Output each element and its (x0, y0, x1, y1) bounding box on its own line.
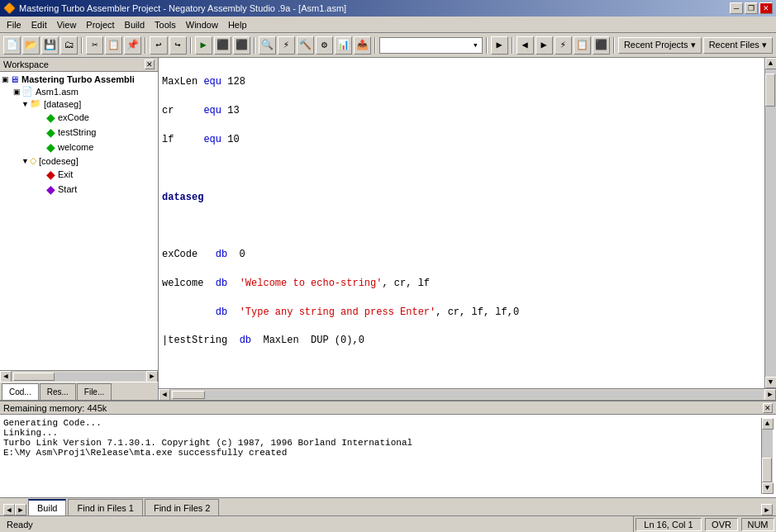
workspace-close-button[interactable]: ✕ (145, 59, 155, 69)
undo-button[interactable]: ↩ (150, 36, 167, 55)
misc-btn-12[interactable]: 📋 (574, 36, 591, 55)
status-ready: Ready (0, 516, 634, 532)
tab-res[interactable]: Res... (40, 383, 76, 400)
tab-scroll-left[interactable]: ◀ (3, 504, 15, 515)
tab-cod[interactable]: Cod... (2, 383, 39, 400)
close-button[interactable]: ✕ (759, 2, 773, 14)
separator-3 (190, 37, 192, 54)
misc-btn-1[interactable]: ⬛ (214, 36, 231, 55)
bottom-tabs: ◀ ▶ Build Find in Files 1 Find in Files … (0, 497, 776, 515)
save-button[interactable]: 💾 (41, 36, 59, 55)
misc-btn-11[interactable]: ⚡ (555, 36, 572, 55)
misc-btn-10[interactable]: ▶ (536, 36, 553, 55)
tree-item-excode[interactable]: ◆ exCode (2, 110, 156, 125)
tree-expand-project: ▣ (2, 75, 10, 83)
copy-button[interactable]: 📋 (105, 36, 122, 55)
tree-item-welcome[interactable]: ◆ welcome (2, 140, 156, 154)
recent-projects-button[interactable]: Recent Projects ▾ (618, 37, 702, 54)
menu-help[interactable]: Help (223, 17, 252, 32)
misc-btn-5[interactable]: 🔨 (297, 36, 314, 55)
scroll-down-button[interactable]: ▼ (765, 377, 777, 388)
minimize-button[interactable]: ─ (730, 2, 743, 14)
code-line: welcome db 'Welcome to echo-string', cr,… (162, 278, 430, 289)
ws-scroll-right[interactable]: ▶ (146, 371, 158, 382)
bottom-panel-close[interactable]: ✕ (763, 403, 773, 413)
ws-scroll-left[interactable]: ◀ (0, 371, 12, 382)
green-dot-icon: ◆ (46, 111, 55, 124)
go-button[interactable]: ▶ (491, 36, 508, 55)
file-icon: 📄 (21, 86, 33, 97)
tab-right-scroll-btn[interactable]: ▶ (761, 504, 773, 515)
code-line: cr equ 13 (162, 105, 240, 116)
tree-item-dataseg[interactable]: ▼ 📁 [dataseg] (2, 97, 156, 110)
editor-v-scrollbar: ▲ ▼ (764, 58, 776, 388)
code-line: dataseg (162, 192, 203, 203)
green-dot-icon2: ◆ (46, 126, 55, 139)
status-ovr: OVR (705, 518, 738, 531)
green-dot-icon3: ◆ (46, 140, 55, 154)
menu-tools[interactable]: Tools (150, 17, 181, 32)
workspace-tree: ▣ 🖥 Mastering Turbo Assembli ▣ 📄 Asm1.as… (0, 72, 158, 370)
menu-project[interactable]: Project (81, 17, 119, 32)
separator-4 (254, 37, 255, 54)
separator-5 (374, 37, 376, 54)
tree-label-welcome: welcome (58, 142, 93, 152)
misc-btn-8[interactable]: 📤 (354, 36, 371, 55)
menu-view[interactable]: View (52, 17, 82, 32)
paste-button[interactable]: 📌 (124, 36, 141, 55)
tab-file[interactable]: File... (77, 383, 112, 400)
code-line: MaxLen equ 128 (162, 76, 245, 88)
open-button[interactable]: 📂 (22, 36, 40, 55)
code-editor[interactable]: MaxLen equ 128 cr equ 13 lf equ 10 datas… (159, 58, 764, 388)
misc-btn-2[interactable]: ⬛ (233, 36, 250, 55)
tree-label-dataseg: [dataseg] (44, 99, 81, 109)
output-line-4: E:\My Asm\Proj1\Release\mta.exe successf… (3, 448, 761, 458)
bottom-scroll-up[interactable]: ▲ (762, 418, 774, 430)
scroll-up-button[interactable]: ▲ (765, 58, 777, 69)
restore-button[interactable]: ❐ (745, 2, 758, 14)
tab-find-files-2[interactable]: Find in Files 2 (145, 499, 219, 515)
separator-7 (512, 37, 513, 54)
cut-button[interactable]: ✂ (86, 36, 103, 55)
bottom-scroll-down[interactable]: ▼ (762, 482, 774, 494)
misc-btn-6[interactable]: ⚙ (316, 36, 333, 55)
tab-scroll-buttons: ◀ ▶ (3, 504, 26, 515)
bottom-panel-header: Remaining memory: 445k ✕ (0, 401, 776, 415)
menu-build[interactable]: Build (120, 17, 150, 32)
tree-item-codeseg[interactable]: ▼ ◇ [codeseg] (2, 154, 156, 167)
editor-scroll-right[interactable]: ▶ (764, 389, 776, 401)
save-all-button[interactable]: 🗂 (60, 36, 78, 55)
run-button[interactable]: ▶ (195, 36, 212, 55)
tree-expand-dataseg: ▼ (21, 100, 30, 108)
redo-button[interactable]: ↪ (169, 36, 187, 55)
new-button[interactable]: 📄 (3, 36, 21, 55)
separator-8 (613, 37, 615, 54)
code-line: db 'Type any string and press Enter', cr… (162, 306, 519, 318)
output-line-3: Turbo Link Version 7.1.30.1. Copyright (… (3, 438, 761, 448)
project-icon: 🖥 (10, 74, 19, 84)
tree-item-project[interactable]: ▣ 🖥 Mastering Turbo Assembli (2, 74, 156, 85)
recent-files-button[interactable]: Recent Files ▾ (703, 37, 773, 54)
misc-btn-3[interactable]: 🔍 (259, 36, 276, 55)
tab-find-files-1[interactable]: Find in Files 1 (68, 499, 142, 515)
tab-scroll-right[interactable]: ▶ (15, 504, 26, 515)
tree-item-teststring[interactable]: ◆ testString (2, 125, 156, 140)
code-line: exCode db 0 (162, 249, 245, 260)
menu-window[interactable]: Window (181, 17, 223, 32)
tree-item-start[interactable]: ◆ Start (2, 182, 156, 197)
tree-item-exit[interactable]: ◆ Exit (2, 167, 156, 182)
misc-btn-7[interactable]: 📊 (335, 36, 352, 55)
menu-file[interactable]: File (2, 17, 26, 32)
code-line: lf equ 10 (162, 134, 240, 145)
misc-btn-4[interactable]: ⚡ (278, 36, 295, 55)
misc-btn-9[interactable]: ◀ (517, 36, 534, 55)
tab-build[interactable]: Build (28, 499, 66, 515)
tree-expand-codeseg: ▼ (21, 157, 30, 165)
editor-scroll-left[interactable]: ◀ (159, 389, 170, 401)
misc-btn-13[interactable]: ⬛ (593, 36, 610, 55)
tree-label-start: Start (58, 184, 77, 194)
menu-bar: File Edit View Project Build Tools Windo… (0, 17, 776, 33)
macro-dropdown[interactable]: ▾ (379, 37, 482, 54)
menu-edit[interactable]: Edit (26, 17, 52, 32)
tree-item-asm1[interactable]: ▣ 📄 Asm1.asm (2, 85, 156, 97)
